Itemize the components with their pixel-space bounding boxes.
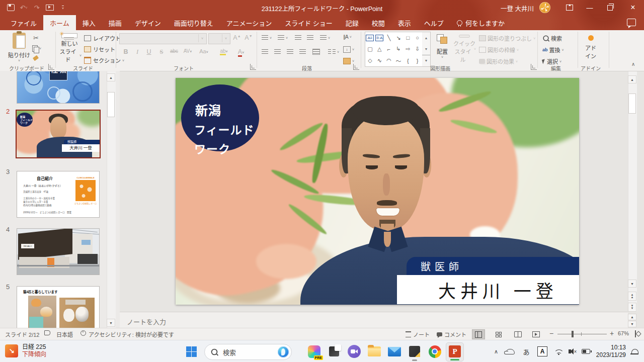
ime-tool-icon[interactable]: A [535, 344, 549, 358]
text-shadow-button[interactable]: abc [168, 48, 180, 54]
slide-title-badge[interactable]: 新潟 フィールド ワーク [181, 84, 259, 151]
gallery-down-icon[interactable]: ▼ [422, 43, 430, 54]
gallery-up-icon[interactable]: ▲ [422, 32, 430, 43]
tab-file[interactable]: ファイル [4, 15, 43, 30]
convert-smartart-button[interactable]: ˅ [343, 58, 354, 64]
shape-vertical-textbox-icon[interactable]: ⊪A [375, 35, 383, 41]
shape-effects-button[interactable]: 図形の効果˅ [479, 57, 518, 65]
wifi-icon[interactable] [551, 344, 566, 358]
normal-view-button[interactable] [472, 329, 485, 339]
tab-insert[interactable]: 挿入 [76, 15, 102, 30]
customize-qat-icon[interactable]: ˅ [56, 2, 69, 13]
arrange-button[interactable]: 配置 ˅ [432, 31, 453, 63]
sticky-notes-icon[interactable] [408, 344, 422, 358]
distribute-icon[interactable] [313, 49, 319, 54]
shape-arc-icon[interactable]: ◠ [384, 57, 393, 65]
language-indicator[interactable]: 日本語 [56, 330, 73, 338]
start-button[interactable] [184, 344, 198, 358]
quick-styles-button[interactable]: クイック スタイル˅ [453, 31, 476, 63]
align-left-icon[interactable] [262, 49, 268, 54]
minimize-button[interactable]: — [580, 0, 600, 15]
tab-help[interactable]: ヘルプ [418, 15, 450, 30]
shape-scribble-icon[interactable]: ∿ [375, 57, 384, 65]
change-case-button[interactable]: Aa˅ [197, 48, 210, 54]
notes-placeholder[interactable]: ノートを入力 [127, 317, 166, 326]
cut-icon[interactable]: ✂ [33, 34, 39, 42]
shape-right-brace-icon[interactable]: } [413, 57, 422, 65]
zoom-slider-handle[interactable] [572, 331, 574, 337]
new-slide-button[interactable]: ✳ 新しい スライド˅ [57, 31, 82, 63]
shape-curve-icon[interactable]: ～ [394, 57, 403, 65]
clipboard-dialog-launcher[interactable] [48, 64, 54, 70]
file-explorer-icon[interactable] [367, 344, 381, 358]
increase-font-icon[interactable]: A▲ [232, 34, 242, 41]
tab-view[interactable]: 表示 [391, 15, 418, 30]
notes-scroll-down-icon[interactable]: ▼ [628, 321, 636, 327]
notes-scroll-up-icon[interactable]: ▲ [628, 314, 636, 320]
text-direction-button[interactable]: ∥A˅ [343, 34, 352, 40]
layout-button[interactable]: レイアウト˅ [84, 34, 124, 42]
fit-to-window-icon[interactable] [635, 330, 636, 337]
line-spacing-button[interactable]: ˅ [320, 35, 330, 40]
copy-icon[interactable]: ˅ [32, 45, 41, 52]
thumbnail-scrollbar-thumb[interactable] [107, 92, 115, 117]
accessibility-icon[interactable] [80, 330, 86, 337]
redo-icon[interactable]: ↷ [30, 2, 43, 13]
highlight-color-button[interactable]: ab˅ [217, 48, 230, 54]
justify-icon[interactable] [299, 49, 306, 54]
font-size-box[interactable]: ˅ [208, 33, 230, 44]
thumbnail-slide-2-selected[interactable]: 新潟 フィールド ワーク 獣医師 大井川 一登 [16, 110, 101, 158]
section-button[interactable]: セクション˅ [84, 56, 124, 64]
shape-rounded-rectangle-icon[interactable]: ▢ [365, 45, 374, 53]
addins-button[interactable]: アド イン [580, 31, 602, 63]
taskbar-search-box[interactable]: 検索 [204, 344, 292, 360]
bullets-button[interactable]: ˅ [262, 35, 272, 40]
thumbnail-slide-3[interactable]: 自己紹介 大井川 一登（おおいがわ かずと） 茨城県土浦市出身 47歳 土浦市内… [17, 171, 100, 218]
thumbnail-scroll-down-icon[interactable]: ▼ [107, 319, 115, 327]
notes-pane[interactable]: ノートを入力 [120, 312, 628, 328]
zoom-in-button[interactable]: + [610, 329, 614, 337]
shape-oval-icon[interactable]: ○ [413, 34, 422, 42]
shape-outline-button[interactable]: 図形の枠線˅ [479, 46, 519, 54]
chrome-icon[interactable] [428, 344, 442, 358]
shape-left-brace-icon[interactable]: { [404, 57, 413, 65]
user-name[interactable]: 一登 大井川 [501, 4, 534, 13]
tab-animations[interactable]: アニメーション [220, 15, 278, 30]
save-icon[interactable] [4, 2, 17, 13]
slide-name-band[interactable]: 大井川 一登 [397, 275, 579, 304]
tab-draw[interactable]: 描画 [102, 15, 128, 30]
shape-textbox-icon[interactable]: A≡ [366, 35, 374, 41]
numbering-button[interactable]: ˅ [278, 35, 288, 40]
zoom-out-button[interactable]: − [549, 329, 553, 337]
shape-elbow-icon[interactable]: ⌐ [384, 45, 393, 53]
slide-role-band[interactable]: 獣医師 [407, 257, 579, 275]
tab-review[interactable]: 校閲 [365, 15, 391, 30]
comments-bubble-icon[interactable] [627, 19, 636, 26]
character-spacing-button[interactable]: AV˅ [181, 48, 194, 54]
font-dialog-launcher[interactable] [250, 64, 256, 70]
shape-fill-button[interactable]: 図形の塗りつぶし˅ [479, 34, 535, 42]
replace-button[interactable]: ab 置換˅ [542, 46, 564, 54]
comments-toggle-button[interactable]: コメント [437, 330, 466, 338]
tab-home[interactable]: ホーム [43, 15, 76, 30]
underline-button[interactable]: U [144, 48, 154, 55]
mail-app-icon[interactable] [387, 344, 401, 358]
previous-slide-button[interactable]: ▲▲ [628, 292, 636, 301]
clock[interactable]: 10:13 2023/11/29 [593, 344, 626, 359]
close-button[interactable]: × [623, 0, 643, 15]
format-painter-icon[interactable] [33, 56, 38, 60]
reading-view-button[interactable] [511, 329, 524, 339]
shape-gallery-scroll[interactable]: ▲ ▼ ▼ [422, 32, 431, 67]
font-name-box[interactable]: ˅ [119, 33, 207, 44]
strikethrough-button[interactable]: S [156, 48, 167, 56]
tab-design[interactable]: デザイン [128, 15, 168, 30]
increase-indent-icon[interactable] [307, 35, 313, 40]
slide-canvas[interactable]: 新潟 フィールド ワーク 獣医師 大井川 一登 [176, 78, 579, 305]
decrease-font-icon[interactable]: A▼ [244, 34, 254, 41]
tell-me-box[interactable]: 何をしますか [450, 15, 511, 30]
slide-scroll-up-icon[interactable]: ▲ [628, 75, 636, 83]
align-text-button[interactable]: ↕˅ [343, 46, 354, 53]
volume-muted-icon[interactable]: × [566, 344, 580, 358]
reset-button[interactable]: リセット [84, 45, 115, 53]
shape-down-arrow-icon[interactable]: ⇩ [413, 45, 422, 53]
